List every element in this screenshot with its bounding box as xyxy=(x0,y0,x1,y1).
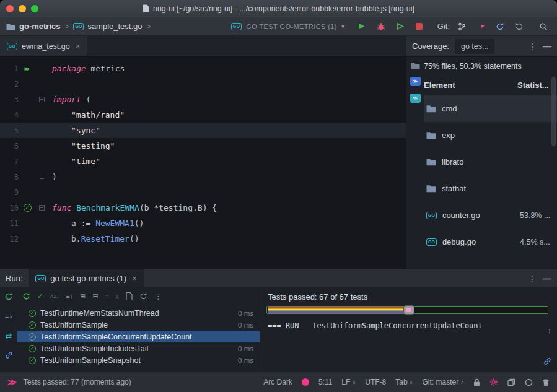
breadcrumb-project[interactable]: go-metrics xyxy=(6,22,60,31)
run-left-toolbar: ≡× ⇄ xyxy=(0,287,17,372)
column-element[interactable]: Element xyxy=(424,81,517,90)
stop-button[interactable] xyxy=(412,20,427,33)
indent-widget[interactable]: Tab∧ xyxy=(395,378,413,386)
debug-button[interactable] xyxy=(374,20,388,33)
trash-icon[interactable] xyxy=(542,378,550,386)
test-filter-icon[interactable]: ≡× xyxy=(5,311,13,321)
scope-filter-icon[interactable] xyxy=(411,62,420,69)
hide-panel-icon[interactable]: — xyxy=(543,274,551,284)
run-title: Run: xyxy=(6,274,22,283)
editor-tab-ewma-test[interactable]: GO ewma_test.go × xyxy=(0,36,87,56)
coverage-row[interactable]: GO debug.go 4.5% s... xyxy=(424,229,557,255)
close-window-button[interactable] xyxy=(6,5,14,12)
scrollbar-thumb[interactable] xyxy=(551,77,556,146)
git-branch-button[interactable] xyxy=(454,20,469,33)
coverage-play-icon xyxy=(396,22,404,30)
progress-rainbow-fill xyxy=(268,307,408,313)
more-options-icon[interactable]: ⋮ xyxy=(528,41,537,51)
lock-icon[interactable] xyxy=(473,378,480,386)
run-button[interactable] xyxy=(354,20,369,33)
theme-name[interactable]: Arc Dark xyxy=(263,378,292,386)
sort-alphabetically-icon[interactable]: AZ↓ xyxy=(50,294,59,299)
status-message: Tests passed: 77 (moments ago) xyxy=(24,378,131,386)
rerun-icon[interactable] xyxy=(4,292,13,301)
coverage-row[interactable]: exp xyxy=(424,122,557,149)
git-branch-widget[interactable]: Git: master∧ xyxy=(422,378,464,386)
run-test-gutter-icon[interactable]: ▶▶ xyxy=(24,65,30,72)
encoding-widget[interactable]: UTF-8 xyxy=(365,378,386,386)
zoom-window-button[interactable] xyxy=(31,5,38,12)
copy-windows-icon[interactable] xyxy=(507,378,515,386)
coverage-row[interactable]: cmd xyxy=(424,95,557,122)
run-tab[interactable]: GO go test go-metrics (1) × xyxy=(29,269,143,287)
breadcrumb-file[interactable]: GO sample_test.go xyxy=(73,22,142,31)
console-output: === RUN TestUniformSampleConcurrentUpdat… xyxy=(268,321,551,330)
next-occurrence-icon[interactable]: ↓ xyxy=(115,292,119,300)
code-line: 11 a := NewEWMA1() xyxy=(0,216,406,231)
code-editor[interactable]: 1 ▶▶ package metrics 2 3 − import ( 4 xyxy=(0,57,406,269)
gear-icon[interactable] xyxy=(489,378,498,386)
coverage-summary: 75% files, 50.3% statements xyxy=(424,57,557,76)
fold-icon[interactable]: − xyxy=(39,205,45,211)
flatten-packages-icon[interactable]: ≫ xyxy=(410,77,421,86)
go-file-icon: GO xyxy=(426,238,437,246)
test-history-icon[interactable] xyxy=(139,292,147,300)
coverage-row[interactable]: librato xyxy=(424,149,557,175)
coverage-tab[interactable]: go tes... xyxy=(455,39,494,54)
editor-pane: GO ewma_test.go × 1 ▶▶ package metrics 2 xyxy=(0,36,406,269)
link-icon[interactable] xyxy=(5,351,13,359)
import-test-results-icon[interactable] xyxy=(126,292,133,300)
fold-icon[interactable]: − xyxy=(39,97,45,102)
run-configuration-select[interactable]: GO GO TEST GO-METRICS (1) ▾ xyxy=(226,20,350,32)
test-row[interactable]: ✓ TestUniformSample 0 ms xyxy=(17,319,260,331)
minimize-window-button[interactable] xyxy=(19,5,26,12)
close-tab-icon[interactable]: × xyxy=(76,41,81,51)
run-with-coverage-button[interactable] xyxy=(393,20,408,33)
previous-occurrence-icon[interactable]: ↑ xyxy=(105,292,109,300)
test-passed-icon: ✓ xyxy=(29,310,36,317)
update-project-button[interactable] xyxy=(493,20,507,33)
close-tab-icon[interactable]: × xyxy=(132,274,137,283)
circle-status-icon[interactable] xyxy=(525,378,533,386)
theme-color-dot xyxy=(302,378,309,386)
coverage-row[interactable]: GO counter.go 53.8% ... xyxy=(424,202,557,229)
test-row[interactable]: ✓ TestRuntimeMemStatsNumThread 0 ms xyxy=(17,307,260,319)
line-separator-widget[interactable]: LF∧ xyxy=(341,378,356,386)
coverage-table-header: Element Statist... xyxy=(424,76,557,95)
caret-position[interactable]: 5:11 xyxy=(318,378,332,386)
search-everywhere-button[interactable] xyxy=(536,20,551,33)
run-panel-header: Run: GO go test go-metrics (1) × ⋮ — xyxy=(0,269,557,287)
rerun-tests-icon[interactable] xyxy=(22,292,30,300)
window-title: ring-ui [~/go/src/ring-ui] - .../compone… xyxy=(143,4,414,13)
autoscroll-to-source-icon[interactable]: ≪ xyxy=(410,94,421,103)
document-icon xyxy=(143,4,149,12)
code-line: 7 "time" xyxy=(0,154,406,169)
revert-icon xyxy=(515,22,524,31)
go-test-icon: GO xyxy=(35,275,46,282)
collapse-all-icon[interactable]: ⊟ xyxy=(92,292,98,300)
test-row[interactable]: ✓ TestUniformSampleSnapshot 0 ms xyxy=(17,354,260,366)
swap-panels-icon[interactable]: ⇄ xyxy=(6,331,12,341)
test-progress-bar xyxy=(266,306,548,314)
hide-panel-icon[interactable]: — xyxy=(543,41,551,51)
line-number: 11 xyxy=(0,219,19,228)
code-line: 10 ✓ − func BenchmarkEWMA(b *testing.B) … xyxy=(0,200,406,216)
expand-all-icon[interactable]: ⊞ xyxy=(80,292,86,300)
test-status-icon: ✓ xyxy=(29,333,36,341)
test-row[interactable]: ✓ TestUniformSampleIncludesTail 0 ms xyxy=(17,342,260,354)
rollback-button[interactable] xyxy=(512,20,527,33)
tool-windows-icon[interactable]: ≫ xyxy=(7,377,17,387)
scroll-up-icon[interactable]: ↑ xyxy=(548,326,552,335)
show-passed-filter-icon[interactable]: ✓ xyxy=(37,292,43,300)
more-options-icon[interactable]: ⋮ xyxy=(154,292,162,301)
git-label: Git: xyxy=(437,22,450,31)
softwrap-link-icon[interactable] xyxy=(543,357,551,365)
code-line: 1 ▶▶ package metrics xyxy=(0,61,406,76)
more-options-icon[interactable]: ⋮ xyxy=(528,274,537,284)
git-push-button[interactable] xyxy=(473,20,488,33)
coverage-row[interactable]: stathat xyxy=(424,175,557,202)
test-passed-gutter-icon[interactable]: ✓ xyxy=(24,204,32,212)
coverage-toolbar: ≫ ≪ xyxy=(406,57,424,269)
test-row-selected[interactable]: ✓ TestUniformSampleConcurrentUpdateCount xyxy=(17,331,260,342)
sort-by-duration-icon[interactable]: ≡↓ xyxy=(66,292,73,300)
